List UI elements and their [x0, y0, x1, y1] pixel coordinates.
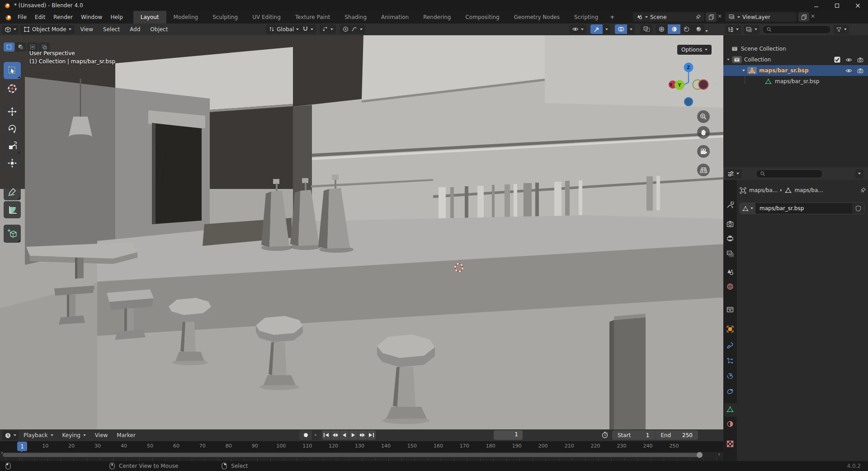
tab-particles[interactable] — [726, 357, 734, 364]
tool-move[interactable] — [4, 103, 21, 120]
workspace-tab-texture-paint[interactable]: Texture Paint — [288, 11, 337, 24]
timeline-menu-playback[interactable]: Playback — [19, 429, 57, 441]
tool-transform[interactable] — [4, 155, 21, 172]
mesh-name-value[interactable]: maps/bar_sr.bsp — [755, 205, 852, 212]
menu-file[interactable]: File — [14, 11, 31, 24]
outliner-row-collection[interactable]: Collection — [723, 54, 868, 65]
tool-add-cube[interactable] — [4, 225, 21, 243]
auto-keying-record-button[interactable] — [299, 430, 312, 440]
region-collapse-arrow[interactable]: ‹ — [715, 80, 717, 87]
scene-left-wall[interactable] — [25, 77, 115, 265]
tool-select-box[interactable] — [4, 62, 21, 79]
xray-toggle[interactable] — [640, 24, 653, 34]
timeline-menu-view[interactable]: View — [91, 429, 112, 441]
auto-keying-dropdown[interactable] — [312, 430, 319, 440]
overlays-dropdown[interactable] — [627, 24, 635, 34]
outliner-search-input[interactable] — [762, 25, 831, 34]
navigation-gizmo[interactable]: Z X Y — [665, 60, 719, 110]
app-menu-blender-icon[interactable] — [4, 14, 12, 21]
breadcrumb-data-label[interactable]: maps/ba... — [794, 187, 857, 193]
previous-keyframe-button[interactable] — [331, 430, 340, 440]
menu-help[interactable]: Help — [106, 11, 127, 24]
tab-tool[interactable] — [726, 202, 734, 209]
workspace-tab-layout[interactable]: Layout — [133, 11, 166, 24]
tool-annotate[interactable] — [4, 183, 21, 200]
jump-to-end-button[interactable] — [367, 430, 376, 440]
timeline-collapse-arrow[interactable]: ‹ — [718, 451, 720, 457]
scene-door-opening[interactable] — [152, 123, 202, 224]
timeline-menu-keying[interactable]: Keying — [58, 429, 90, 441]
timeline-expand-arrow[interactable]: › — [1, 449, 3, 456]
properties-options-dropdown[interactable] — [855, 169, 863, 179]
scene-selector[interactable]: Scene — [633, 12, 704, 22]
viewport-menu-select[interactable]: Select — [99, 24, 124, 35]
preview-range-stopwatch-icon[interactable] — [601, 431, 609, 438]
close-button[interactable] — [847, 0, 868, 11]
outliner-row-object-selected[interactable]: maps/bar_sr.bsp — [723, 65, 868, 76]
viewport-menu-view[interactable]: View — [76, 24, 97, 35]
workspace-tab-modeling[interactable]: Modeling — [166, 11, 206, 24]
workspace-tab-uv-editing[interactable]: UV Editing — [245, 11, 288, 24]
tool-measure[interactable] — [4, 201, 21, 218]
properties-editor-type[interactable] — [725, 169, 741, 179]
outliner-row-scene-collection[interactable]: Scene Collection — [723, 43, 868, 54]
shading-wireframe-button[interactable] — [656, 24, 668, 34]
tab-output[interactable] — [726, 235, 734, 242]
disclosure-triangle-icon[interactable] — [727, 59, 730, 61]
play-reverse-button[interactable] — [340, 430, 349, 440]
minimize-button[interactable] — [806, 0, 826, 11]
breadcrumb-object-label[interactable]: maps/ba... — [749, 187, 778, 193]
end-frame-field[interactable]: End 250 — [656, 432, 698, 438]
current-frame-field[interactable]: 1 — [494, 430, 523, 440]
zoom-button[interactable] — [697, 110, 710, 123]
workspace-tab-animation[interactable]: Animation — [374, 11, 416, 24]
shading-material-button[interactable] — [680, 24, 693, 34]
disable-render-camera-icon[interactable] — [857, 57, 863, 63]
viewport-menu-object[interactable]: Object — [146, 24, 172, 35]
tab-object[interactable] — [726, 325, 734, 333]
maximize-button[interactable] — [826, 0, 847, 11]
jump-to-start-button[interactable] — [322, 430, 330, 440]
viewlayer-new-copy-button[interactable] — [798, 12, 809, 22]
object-visibility-selector[interactable] — [569, 24, 586, 34]
workspace-tab-compositing[interactable]: Compositing — [458, 11, 506, 24]
tool-rotate[interactable] — [4, 120, 21, 137]
hide-eye-icon[interactable] — [845, 57, 852, 63]
options-button[interactable]: Options — [677, 45, 712, 55]
viewport-menu-add[interactable]: Add — [126, 24, 144, 35]
scene-unlink-button[interactable]: ✕ — [717, 13, 722, 19]
perspective-toggle-button[interactable] — [697, 164, 710, 176]
outliner-editor-type[interactable] — [725, 25, 741, 34]
disable-render-camera-icon[interactable] — [857, 68, 863, 74]
next-keyframe-button[interactable] — [358, 430, 367, 440]
tab-texture[interactable] — [726, 440, 734, 447]
gizmos-dropdown[interactable] — [603, 24, 610, 34]
editor-type-selector[interactable] — [2, 25, 19, 34]
tab-view-layer[interactable] — [726, 250, 734, 257]
proportional-editing-controls[interactable] — [340, 24, 365, 34]
scene-new-copy-button[interactable] — [706, 12, 717, 22]
menu-window[interactable]: Window — [77, 11, 106, 24]
camera-view-button[interactable] — [697, 145, 710, 158]
select-mode-set[interactable] — [4, 42, 14, 52]
start-frame-field[interactable]: Start 1 — [612, 432, 655, 438]
workspace-tab-shading[interactable]: Shading — [337, 11, 374, 24]
tab-world[interactable] — [726, 283, 734, 290]
pin-icon[interactable] — [860, 187, 866, 193]
shading-rendered-button[interactable] — [693, 24, 705, 34]
tool-scale[interactable] — [4, 137, 21, 155]
tab-scene[interactable] — [726, 268, 734, 275]
pin-icon[interactable] — [695, 14, 701, 20]
show-overlays-toggle[interactable] — [615, 24, 627, 34]
viewlayer-selector[interactable]: ViewLayer — [725, 12, 797, 22]
add-workspace-button[interactable]: + — [605, 11, 619, 24]
mesh-name-field[interactable]: maps/bar_sr.bsp — [740, 203, 864, 214]
workspace-tab-scripting[interactable]: Scripting — [567, 11, 605, 24]
id-type-icon[interactable] — [740, 203, 755, 214]
viewlayer-remove-button[interactable]: ✕ — [811, 13, 815, 19]
pan-hand-button[interactable] — [697, 126, 710, 139]
tab-physics[interactable] — [726, 372, 734, 380]
tab-render[interactable] — [726, 221, 734, 227]
mode-selector[interactable]: Object Mode — [20, 25, 75, 34]
playhead[interactable]: 1 — [17, 442, 27, 451]
